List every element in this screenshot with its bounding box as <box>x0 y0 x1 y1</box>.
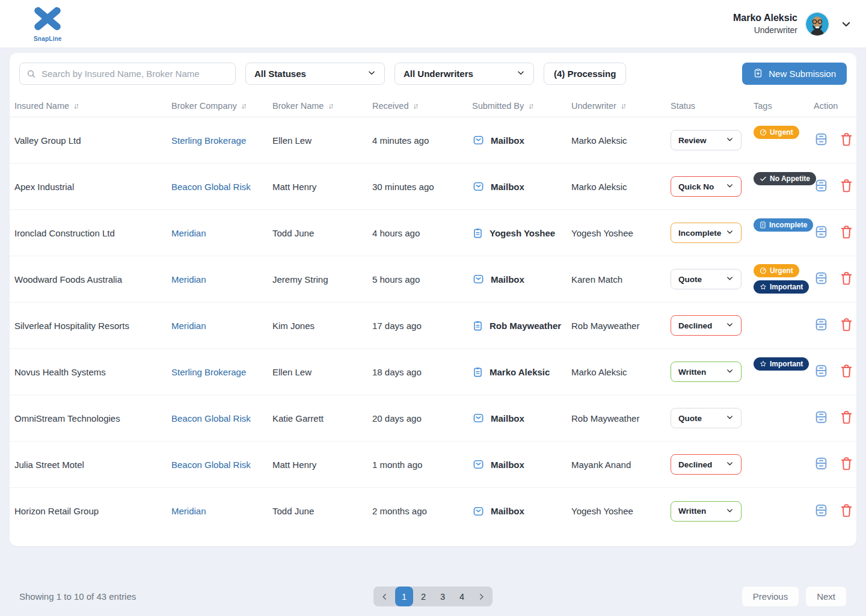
column-header-insured-name[interactable]: Insured Name↓↑ <box>14 101 171 111</box>
delete-button[interactable] <box>840 503 853 520</box>
page-button-3[interactable]: 3 <box>434 587 452 606</box>
broker-company-link[interactable]: Meridian <box>171 506 206 516</box>
received-time: 5 hours ago <box>372 274 472 285</box>
status-dropdown[interactable]: Quote <box>671 408 742 428</box>
details-button[interactable] <box>814 271 829 288</box>
new-submission-button[interactable]: New Submission <box>742 63 847 85</box>
status-dropdown[interactable]: Review <box>671 130 742 150</box>
broker-company-link[interactable]: Meridian <box>171 228 206 238</box>
status-dropdown[interactable]: Quick No <box>671 176 742 197</box>
previous-button[interactable]: Previous <box>742 586 799 607</box>
pager-next-icon[interactable] <box>472 587 490 606</box>
received-time: 17 days ago <box>372 321 472 331</box>
broker-name: Todd June <box>272 228 372 238</box>
processing-filter-button[interactable]: (4) Processing <box>544 63 626 85</box>
sort-icon[interactable]: ↓↑ <box>528 101 532 110</box>
brand-logo: SnapLine <box>34 5 62 42</box>
delete-button[interactable] <box>840 132 853 149</box>
sort-icon[interactable]: ↓↑ <box>73 101 78 110</box>
table-row: Apex Industrial Beacon Global Risk Matt … <box>10 164 856 210</box>
broker-company-link[interactable]: Sterling Brokerage <box>171 367 246 377</box>
column-header-received[interactable]: Received↓↑ <box>372 101 472 111</box>
submitted-by: Mailbox <box>472 458 571 470</box>
search-input[interactable] <box>19 63 236 85</box>
tags-cell: Important <box>754 349 814 371</box>
avatar[interactable] <box>805 11 830 37</box>
status-dropdown[interactable]: Declined <box>671 315 742 336</box>
details-button[interactable] <box>814 410 829 427</box>
status-dropdown[interactable]: Written <box>671 362 742 382</box>
row-actions <box>814 363 856 380</box>
chevron-down-icon[interactable] <box>841 19 852 29</box>
status-dropdown[interactable]: Written <box>671 501 742 522</box>
clipboard-icon <box>472 366 484 378</box>
broker-company-link[interactable]: Sterling Brokerage <box>171 135 246 146</box>
underwriter-name: Yogesh Yoshee <box>571 228 671 238</box>
page-button-4[interactable]: 4 <box>453 587 471 606</box>
underwriter-name: Marko Aleksic <box>571 135 671 146</box>
delete-button[interactable] <box>840 317 853 334</box>
table-body: Valley Group Ltd Sterling Brokerage Elle… <box>10 117 856 534</box>
broker-company-link[interactable]: Beacon Global Risk <box>171 460 251 470</box>
star-icon <box>760 283 767 291</box>
details-button[interactable] <box>814 456 829 473</box>
sort-icon[interactable]: ↓↑ <box>328 101 332 110</box>
sort-icon[interactable]: ↓↑ <box>621 101 625 110</box>
mail-icon <box>472 134 485 146</box>
delete-button[interactable] <box>840 271 853 288</box>
insured-name: Silverleaf Hospitality Resorts <box>14 321 171 331</box>
delete-button[interactable] <box>840 178 853 195</box>
row-actions <box>814 456 856 473</box>
mail-icon <box>472 505 485 517</box>
chevron-down-icon <box>726 182 734 191</box>
insured-name: Valley Group Ltd <box>14 135 171 146</box>
broker-company-link[interactable]: Meridian <box>171 274 206 285</box>
details-button[interactable] <box>814 363 829 380</box>
table-row: Julia Street Motel Beacon Global Risk Ma… <box>10 442 856 488</box>
delete-button[interactable] <box>840 363 853 380</box>
broker-company-link[interactable]: Beacon Global Risk <box>171 182 251 192</box>
table-row: Horizon Retail Group Meridian Todd June … <box>10 488 856 534</box>
column-header-underwriter[interactable]: Underwriter↓↑ <box>571 101 671 111</box>
details-button[interactable] <box>814 224 829 241</box>
submitted-by: Rob Mayweather <box>472 319 571 332</box>
chevron-down-icon <box>726 413 734 423</box>
status-filter[interactable]: All Statuses <box>245 63 385 85</box>
status-dropdown[interactable]: Quote <box>671 269 742 289</box>
tag-noappetite: No Appetite <box>754 172 816 185</box>
column-header-submitted-by[interactable]: Submitted By↓↑ <box>472 101 571 111</box>
user-name: Marko Aleksic <box>733 13 797 23</box>
column-header-status: Status <box>671 101 754 111</box>
page-button-2[interactable]: 2 <box>414 587 432 606</box>
underwriter-filter[interactable]: All Underwriters <box>395 63 534 85</box>
details-button[interactable] <box>814 178 829 195</box>
sort-icon[interactable]: ↓↑ <box>413 101 417 110</box>
details-button[interactable] <box>814 317 829 334</box>
user-menu[interactable]: Marko Aleksic Underwriter <box>733 11 852 37</box>
pager-prev-icon[interactable] <box>376 587 394 606</box>
status-dropdown[interactable]: Incomplete <box>671 223 742 243</box>
underwriter-name: Marko Aleksic <box>571 367 671 377</box>
delete-button[interactable] <box>840 410 853 427</box>
column-header-broker-company[interactable]: Broker Company↓↑ <box>171 101 272 111</box>
tags-cell <box>754 303 814 310</box>
broker-company-link[interactable]: Meridian <box>171 321 206 331</box>
sort-icon[interactable]: ↓↑ <box>241 101 245 110</box>
page-button-1[interactable]: 1 <box>395 587 413 606</box>
broker-company-link[interactable]: Beacon Global Risk <box>171 413 251 424</box>
pagination-bar: Showing 1 to 10 of 43 entries 1234 Previ… <box>10 587 856 606</box>
delete-button[interactable] <box>840 224 853 241</box>
next-button[interactable]: Next <box>805 586 847 607</box>
column-header-action: Action <box>814 101 856 111</box>
submitted-by: Mailbox <box>472 412 571 424</box>
details-button[interactable] <box>814 503 829 520</box>
tag-incomplete: Incomplete <box>754 218 813 232</box>
column-header-broker-name[interactable]: Broker Name↓↑ <box>272 101 372 111</box>
tags-cell <box>754 488 814 496</box>
insured-name: Novus Health Systems <box>14 367 171 377</box>
status-dropdown[interactable]: Declined <box>671 454 742 475</box>
delete-button[interactable] <box>840 456 853 473</box>
submitted-by: Mailbox <box>472 505 571 517</box>
details-button[interactable] <box>814 132 829 149</box>
submitted-by: Yogesh Yoshee <box>472 227 571 239</box>
